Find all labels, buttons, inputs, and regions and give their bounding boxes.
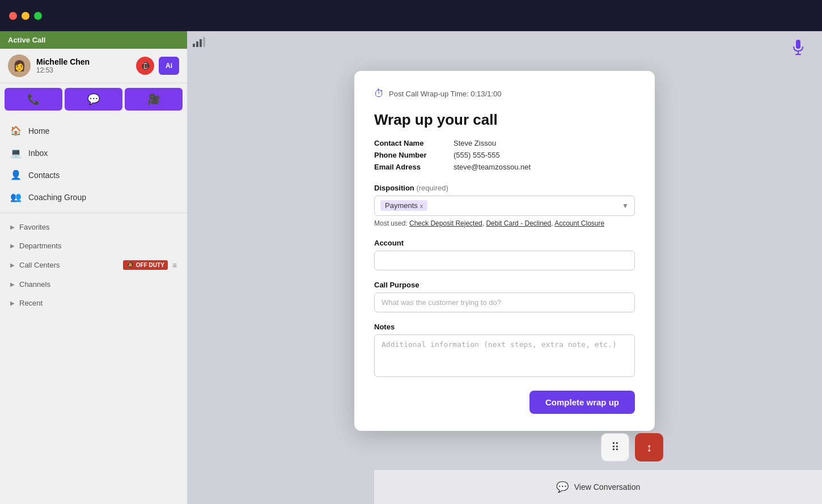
video-action-button[interactable]: 🎥	[125, 88, 183, 111]
channels-label: Channels	[19, 280, 177, 289]
sidebar-item-home[interactable]: 🏠 Home	[0, 120, 187, 142]
account-field: Account	[374, 239, 635, 270]
tag-remove-button[interactable]: x	[420, 202, 423, 209]
timer-label: Post Call Wrap-up Time: 0:13/1:00	[389, 90, 501, 98]
window-chrome	[0, 0, 822, 31]
call-purpose-label: Call Purpose	[374, 281, 635, 289]
menu-icon: ≡	[172, 261, 177, 270]
most-used-text: Most used: Check Deposit Rejected, Debit…	[374, 219, 635, 227]
phone-icon: 📞	[27, 93, 40, 105]
sidebar-item-inbox[interactable]: 💻 Inbox	[0, 142, 187, 164]
sidebar-item-favorites[interactable]: ▶ Favorites	[0, 218, 187, 236]
transfer-button[interactable]: ↕	[635, 433, 663, 461]
chat-bubble-icon: 💬	[556, 481, 569, 493]
ai-button[interactable]: Ai	[159, 57, 179, 75]
most-used-prefix: Most used:	[374, 219, 409, 227]
off-duty-badge: 🔕 OFF DUTY	[123, 260, 168, 270]
chat-action-button[interactable]: 💬	[65, 88, 122, 111]
caller-actions: 📵 Ai	[136, 57, 179, 75]
caller-time: 12:53	[36, 66, 130, 74]
active-call-banner: Active Call	[0, 31, 187, 49]
disposition-label-text: Disposition	[374, 184, 414, 192]
notes-textarea[interactable]	[374, 334, 635, 377]
sidebar-item-home-label: Home	[28, 126, 49, 135]
departments-label: Departments	[19, 242, 177, 250]
clock-icon: ⏱	[374, 88, 384, 100]
sidebar-item-inbox-label: Inbox	[28, 149, 48, 158]
phone-action-button[interactable]: 📞	[5, 88, 62, 111]
contact-phone-label: Phone Number	[374, 151, 454, 159]
caller-details: Michelle Chen 12:53	[36, 57, 130, 74]
sidebar-item-coaching-label: Coaching Group	[28, 193, 86, 202]
sidebar-item-contacts-label: Contacts	[28, 171, 60, 180]
sidebar: Active Call 👩 Michelle Chen 12:53 📵 Ai 📞	[0, 31, 187, 504]
nav-section: ▶ Favorites ▶ Departments ▶ Call Centers…	[0, 213, 187, 317]
most-used-link-1[interactable]: Check Deposit Rejected	[409, 219, 482, 227]
sidebar-item-coaching-group[interactable]: 👥 Coaching Group	[0, 186, 187, 208]
modal-title: Wrap up your call	[374, 111, 635, 129]
contact-name-label: Contact Name	[374, 139, 454, 147]
timer-bar: ⏱ Post Call Wrap-up Time: 0:13/1:00	[374, 88, 635, 100]
main-layout: Active Call 👩 Michelle Chen 12:53 📵 Ai 📞	[0, 31, 822, 504]
favorites-label: Favorites	[19, 223, 177, 231]
most-used-link-3[interactable]: Account Closure	[554, 219, 604, 227]
chevron-icon: ▶	[10, 281, 15, 287]
minimize-button[interactable]	[22, 12, 29, 20]
most-used-link-2[interactable]: Debit Card - Declined	[486, 219, 551, 227]
disposition-label: Disposition (required)	[374, 184, 635, 192]
traffic-lights	[9, 12, 42, 20]
disposition-field: Disposition (required) Payments x ▼	[374, 184, 635, 227]
contacts-icon: 👤	[10, 170, 22, 180]
required-indicator: (required)	[416, 184, 448, 192]
bell-icon: 🔕	[126, 261, 134, 269]
phone-down-icon: 📵	[141, 61, 150, 70]
notes-field: Notes	[374, 323, 635, 379]
notes-label: Notes	[374, 323, 635, 331]
chat-icon: 💬	[87, 93, 100, 105]
contact-email-label: Email Adress	[374, 163, 454, 171]
active-call-label: Active Call	[8, 36, 45, 44]
grid-button[interactable]: ⠿	[601, 433, 629, 461]
ai-icon: Ai	[166, 62, 172, 70]
avatar: 👩	[8, 54, 31, 77]
chevron-icon: ▶	[10, 300, 15, 306]
disposition-tag: Payments x	[380, 200, 427, 211]
contact-name-value: Steve Zissou	[454, 139, 635, 147]
caller-name: Michelle Chen	[36, 57, 130, 66]
close-button[interactable]	[9, 12, 17, 20]
chevron-icon: ▶	[10, 262, 15, 268]
account-input[interactable]	[374, 251, 635, 270]
action-buttons: 📞 💬 🎥	[0, 83, 187, 115]
sidebar-item-channels[interactable]: ▶ Channels	[0, 275, 187, 294]
contact-email-value: steve@teamzossou.net	[454, 163, 635, 171]
disposition-select[interactable]: Payments x ▼	[374, 196, 635, 216]
inbox-icon: 💻	[10, 147, 22, 158]
chevron-down-icon: ▼	[622, 202, 629, 210]
call-centers-label: Call Centers	[19, 261, 118, 269]
sidebar-item-call-centers[interactable]: ▶ Call Centers 🔕 OFF DUTY ≡	[0, 255, 187, 275]
video-icon: 🎥	[147, 93, 160, 105]
hangup-button[interactable]: 📵	[136, 57, 154, 75]
view-conversation-label[interactable]: View Conversation	[574, 482, 640, 492]
account-label: Account	[374, 239, 635, 247]
disposition-select-wrapper: Payments x ▼	[374, 196, 635, 216]
call-purpose-input[interactable]	[374, 293, 635, 312]
modal-footer: Complete wrap up	[374, 391, 635, 414]
complete-wrap-up-button[interactable]: Complete wrap up	[529, 391, 635, 414]
main-content: ⏱ Post Call Wrap-up Time: 0:13/1:00 Wrap…	[187, 31, 822, 504]
recent-label: Recent	[19, 299, 177, 307]
transfer-icon: ↕	[646, 441, 652, 454]
chevron-icon: ▶	[10, 224, 15, 230]
maximize-button[interactable]	[34, 12, 42, 20]
off-duty-text: OFF DUTY	[136, 262, 164, 268]
bottom-bar: 💬 View Conversation	[374, 470, 822, 504]
home-icon: 🏠	[10, 125, 22, 136]
grid-icon: ⠿	[611, 441, 620, 454]
bottom-float-buttons: ⠿ ↕	[601, 433, 663, 461]
chevron-icon: ▶	[10, 243, 15, 249]
sidebar-item-contacts[interactable]: 👤 Contacts	[0, 164, 187, 186]
sidebar-item-recent[interactable]: ▶ Recent	[0, 294, 187, 312]
contact-info: Contact Name Steve Zissou Phone Number (…	[374, 139, 635, 171]
sidebar-item-departments[interactable]: ▶ Departments	[0, 236, 187, 255]
call-purpose-field: Call Purpose	[374, 281, 635, 312]
